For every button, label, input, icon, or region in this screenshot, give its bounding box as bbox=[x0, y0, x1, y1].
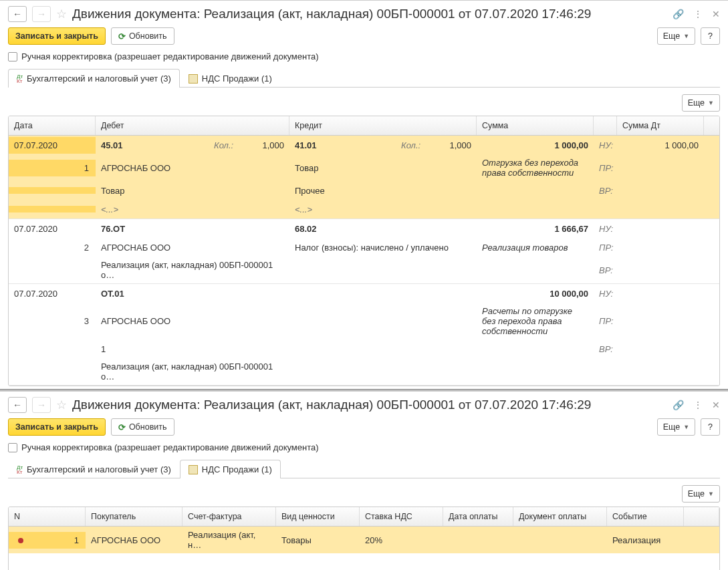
refresh-button[interactable]: ⟳ Обновить bbox=[111, 418, 174, 436]
nav-forward-button[interactable]: → bbox=[32, 6, 51, 22]
help-button[interactable]: ? bbox=[701, 418, 720, 436]
book-icon bbox=[189, 74, 198, 84]
refresh-icon: ⟳ bbox=[118, 422, 126, 432]
star-icon[interactable]: ☆ bbox=[56, 7, 67, 21]
refresh-button[interactable]: ⟳ Обновить bbox=[111, 27, 174, 45]
nav-forward-button[interactable]: → bbox=[32, 397, 51, 413]
chevron-down-icon: ▼ bbox=[683, 424, 689, 430]
col-vat-rate[interactable]: Ставка НДС bbox=[360, 507, 443, 526]
manual-correction-checkbox[interactable] bbox=[8, 443, 17, 452]
nav-back-button[interactable]: ← bbox=[8, 397, 27, 413]
chevron-down-icon: ▼ bbox=[683, 33, 689, 39]
book-icon bbox=[189, 465, 198, 474]
window-title: Движения документа: Реализация (акт, нак… bbox=[72, 398, 667, 412]
refresh-icon: ⟳ bbox=[118, 31, 126, 41]
col-sum[interactable]: Сумма bbox=[477, 116, 594, 135]
close-icon[interactable]: ✕ bbox=[712, 400, 720, 410]
col-invoice[interactable]: Счет-фактура bbox=[183, 507, 276, 526]
col-date[interactable]: Дата bbox=[9, 116, 96, 135]
dtkt-icon: ДтКт bbox=[17, 74, 23, 84]
window-title: Движения документа: Реализация (акт, нак… bbox=[72, 7, 667, 21]
grid-row[interactable]: 07.07.2020 45.01 Кол.: 1,000 41.01 Кол.:… bbox=[9, 136, 719, 219]
save-and-close-button[interactable]: Записать и закрыть bbox=[8, 418, 106, 436]
col-sumdt[interactable]: Сумма Дт bbox=[617, 116, 704, 135]
more-button[interactable]: Еще ▼ bbox=[657, 27, 695, 45]
vat-grid[interactable]: N Покупатель Счет-фактура Вид ценности С… bbox=[8, 507, 720, 570]
nav-back-button[interactable]: ← bbox=[8, 6, 27, 22]
tab-vat[interactable]: НДС Продажи (1) bbox=[180, 69, 281, 88]
grid-more-button[interactable]: Еще ▼ bbox=[682, 94, 720, 112]
grid-more-button[interactable]: Еще ▼ bbox=[682, 485, 720, 503]
col-pay-doc[interactable]: Документ оплаты bbox=[513, 507, 607, 526]
grid-row[interactable]: 07.07.2020 76.ОТ 68.02 1 666,67 НУ: 2 АГ… bbox=[9, 219, 719, 284]
link-icon[interactable]: 🔗 bbox=[673, 400, 684, 410]
tab-accounting[interactable]: ДтКт Бухгалтерский и налоговый учет (3) bbox=[8, 69, 180, 88]
chevron-down-icon: ▼ bbox=[708, 100, 714, 106]
tab-accounting[interactable]: ДтКт Бухгалтерский и налоговый учет (3) bbox=[8, 460, 180, 478]
accounting-grid[interactable]: Дата Дебет Кредит Сумма Сумма Дт 07.07.2… bbox=[8, 116, 720, 386]
dtkt-icon: ДтКт bbox=[17, 465, 23, 474]
col-debit[interactable]: Дебет bbox=[96, 116, 289, 135]
record-dot-icon bbox=[18, 538, 23, 543]
star-icon[interactable]: ☆ bbox=[56, 398, 67, 412]
manual-correction-checkbox[interactable] bbox=[8, 52, 17, 61]
col-n[interactable]: N bbox=[9, 507, 86, 526]
col-credit[interactable]: Кредит bbox=[289, 116, 477, 135]
more-button[interactable]: Еще ▼ bbox=[657, 418, 695, 436]
save-and-close-button[interactable]: Записать и закрыть bbox=[8, 27, 106, 45]
col-pay-date[interactable]: Дата оплаты bbox=[443, 507, 513, 526]
help-button[interactable]: ? bbox=[701, 27, 720, 45]
close-icon[interactable]: ✕ bbox=[712, 9, 720, 19]
grid-row[interactable]: 1 АГРОСНАБ ООО Реализация (акт, н… Товар… bbox=[9, 527, 719, 553]
manual-correction-label: Ручная корректировка (разрешает редактир… bbox=[21, 51, 319, 61]
col-event[interactable]: Событие bbox=[607, 507, 684, 526]
grid-row[interactable]: 07.07.2020 ОТ.01 10 000,00 НУ: 3 АГРОСНА… bbox=[9, 284, 719, 386]
manual-correction-label: Ручная корректировка (разрешает редактир… bbox=[21, 442, 319, 452]
col-value-type[interactable]: Вид ценности bbox=[276, 507, 360, 526]
link-icon[interactable]: 🔗 bbox=[673, 9, 684, 19]
col-buyer[interactable]: Покупатель bbox=[86, 507, 183, 526]
kebab-icon[interactable]: ⋮ bbox=[693, 9, 703, 19]
tab-vat[interactable]: НДС Продажи (1) bbox=[180, 460, 281, 478]
kebab-icon[interactable]: ⋮ bbox=[693, 400, 703, 410]
chevron-down-icon: ▼ bbox=[708, 490, 714, 497]
